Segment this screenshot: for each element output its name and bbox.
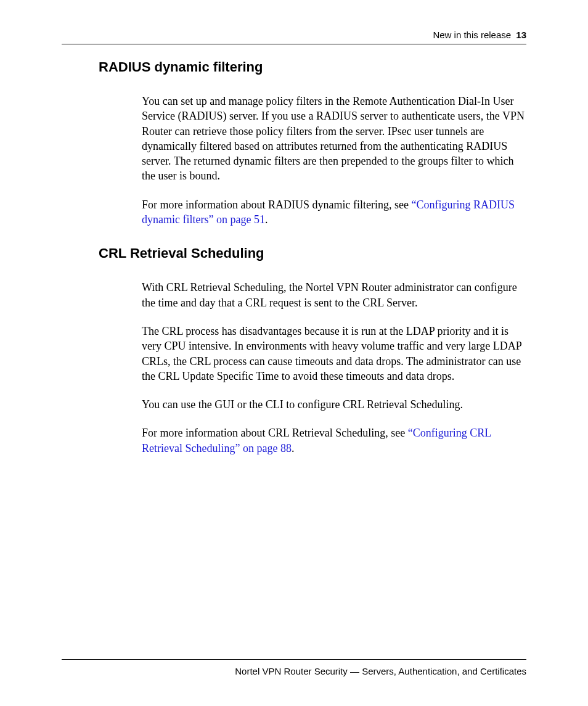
para-text: For more information about CRL Retrieval… <box>142 427 408 439</box>
footer: Nortel VPN Router Security — Servers, Au… <box>62 659 526 676</box>
footer-rule <box>62 659 526 660</box>
paragraph: You can set up and manage policy filters… <box>142 94 526 184</box>
paragraph: With CRL Retrieval Scheduling, the Norte… <box>142 280 526 310</box>
paragraph: For more information about RADIUS dynami… <box>142 197 526 228</box>
page: New in this release 13 RADIUS dynamic fi… <box>0 0 588 706</box>
content-area: RADIUS dynamic filtering You can set up … <box>62 59 526 456</box>
running-title: New in this release <box>433 30 511 40</box>
footer-text: Nortel VPN Router Security — Servers, Au… <box>62 666 526 676</box>
section-heading-radius: RADIUS dynamic filtering <box>99 59 526 75</box>
section-body-crl: With CRL Retrieval Scheduling, the Norte… <box>142 280 526 456</box>
paragraph: You can use the GUI or the CLI to config… <box>142 397 526 412</box>
section-heading-crl: CRL Retrieval Scheduling <box>99 245 526 261</box>
page-number: 13 <box>516 30 526 40</box>
para-after: . <box>265 213 268 226</box>
section-body-radius: You can set up and manage policy filters… <box>142 94 526 227</box>
para-after: . <box>292 442 295 454</box>
header-rule <box>62 44 526 44</box>
paragraph: For more information about CRL Retrieval… <box>142 425 526 456</box>
para-text: For more information about RADIUS dynami… <box>142 199 411 211</box>
running-header: New in this release 13 <box>62 30 526 40</box>
paragraph: The CRL process has disadvantages becaus… <box>142 324 526 384</box>
